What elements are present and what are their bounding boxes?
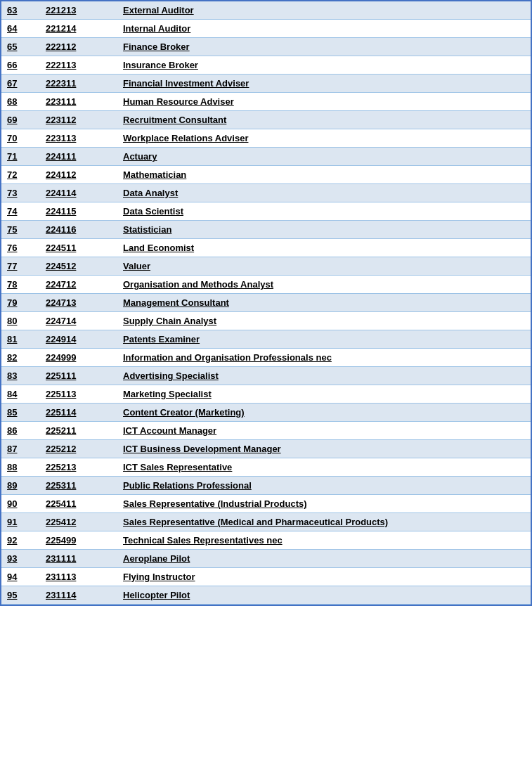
occupation-title[interactable]: Patents Examiner: [117, 330, 531, 349]
table-row: 82224999Information and Organisation Pro…: [1, 349, 531, 367]
occupation-title[interactable]: Management Consultant: [117, 294, 531, 312]
occupation-code[interactable]: 222112: [40, 38, 117, 56]
table-row: 86225211ICT Account Manager: [1, 422, 531, 440]
occupation-title[interactable]: Valuer: [117, 257, 531, 276]
occupation-code[interactable]: 225111: [40, 367, 117, 385]
occupation-title[interactable]: Information and Organisation Professiona…: [117, 349, 531, 367]
occupation-title[interactable]: Recruitment Consultant: [117, 111, 531, 129]
occupation-code[interactable]: 224999: [40, 349, 117, 367]
occupation-title[interactable]: Organisation and Methods Analyst: [117, 276, 531, 294]
occupation-code[interactable]: 224115: [40, 202, 117, 221]
occupation-title[interactable]: Internal Auditor: [117, 20, 531, 38]
table-row: 92225499Technical Sales Representatives …: [1, 531, 531, 550]
occupation-title[interactable]: Data Analyst: [117, 184, 531, 202]
occupation-code[interactable]: 222311: [40, 75, 117, 93]
occupation-title[interactable]: Financial Investment Adviser: [117, 75, 531, 93]
table-row: 65222112Finance Broker: [1, 38, 531, 56]
table-row: 67222311Financial Investment Adviser: [1, 75, 531, 93]
row-number: 84: [1, 385, 40, 404]
main-table-container: 63221213External Auditor64221214Internal…: [0, 0, 532, 606]
occupation-title[interactable]: Finance Broker: [117, 38, 531, 56]
occupation-code[interactable]: 221213: [40, 1, 117, 20]
occupation-title[interactable]: Land Economist: [117, 239, 531, 257]
occupation-code[interactable]: 225311: [40, 477, 117, 495]
table-row: 68223111Human Resource Adviser: [1, 93, 531, 111]
table-row: 90225411Sales Representative (Industrial…: [1, 495, 531, 513]
row-number: 74: [1, 202, 40, 221]
row-number: 82: [1, 349, 40, 367]
table-row: 95231114Helicopter Pilot: [1, 586, 531, 605]
occupation-title[interactable]: Mathematician: [117, 166, 531, 184]
row-number: 71: [1, 148, 40, 166]
table-row: 71224111Actuary: [1, 148, 531, 166]
occupation-code[interactable]: 225213: [40, 458, 117, 477]
row-number: 93: [1, 550, 40, 568]
occupation-code[interactable]: 224116: [40, 221, 117, 239]
occupation-code[interactable]: 224112: [40, 166, 117, 184]
table-row: 70223113Workplace Relations Adviser: [1, 129, 531, 148]
occupation-code[interactable]: 225113: [40, 385, 117, 404]
occupation-title[interactable]: Workplace Relations Adviser: [117, 129, 531, 148]
occupation-code[interactable]: 224914: [40, 330, 117, 349]
occupation-code[interactable]: 221214: [40, 20, 117, 38]
row-number: 81: [1, 330, 40, 349]
occupation-title[interactable]: Human Resource Adviser: [117, 93, 531, 111]
occupation-code[interactable]: 231114: [40, 586, 117, 605]
occupation-code[interactable]: 225212: [40, 440, 117, 458]
occupation-title[interactable]: Helicopter Pilot: [117, 586, 531, 605]
occupation-title[interactable]: Public Relations Professional: [117, 477, 531, 495]
table-row: 81224914Patents Examiner: [1, 330, 531, 349]
occupation-code[interactable]: 225114: [40, 404, 117, 422]
row-number: 70: [1, 129, 40, 148]
occupation-code[interactable]: 225499: [40, 531, 117, 550]
table-row: 69223112Recruitment Consultant: [1, 111, 531, 129]
occupation-title[interactable]: Advertising Specialist: [117, 367, 531, 385]
occupation-code[interactable]: 225412: [40, 513, 117, 531]
occupation-title[interactable]: Content Creator (Marketing): [117, 404, 531, 422]
occupation-code[interactable]: 225211: [40, 422, 117, 440]
occupation-title[interactable]: Sales Representative (Medical and Pharma…: [117, 513, 531, 531]
table-row: 66222113Insurance Broker: [1, 56, 531, 75]
row-number: 92: [1, 531, 40, 550]
table-row: 91225412Sales Representative (Medical an…: [1, 513, 531, 531]
occupation-title[interactable]: Sales Representative (Industrial Product…: [117, 495, 531, 513]
occupation-code[interactable]: 224111: [40, 148, 117, 166]
table-row: 93231111Aeroplane Pilot: [1, 550, 531, 568]
occupation-title[interactable]: ICT Account Manager: [117, 422, 531, 440]
table-row: 83225111Advertising Specialist: [1, 367, 531, 385]
occupation-title[interactable]: Actuary: [117, 148, 531, 166]
occupation-title[interactable]: Marketing Specialist: [117, 385, 531, 404]
occupation-title[interactable]: Aeroplane Pilot: [117, 550, 531, 568]
occupation-code[interactable]: 231113: [40, 568, 117, 586]
occupation-title[interactable]: External Auditor: [117, 1, 531, 20]
occupation-title[interactable]: ICT Business Development Manager: [117, 440, 531, 458]
occupation-code[interactable]: 224714: [40, 312, 117, 330]
occupation-code[interactable]: 223112: [40, 111, 117, 129]
row-number: 69: [1, 111, 40, 129]
row-number: 86: [1, 422, 40, 440]
occupation-title[interactable]: Statistician: [117, 221, 531, 239]
row-number: 72: [1, 166, 40, 184]
occupation-title[interactable]: Technical Sales Representatives nec: [117, 531, 531, 550]
occupation-title[interactable]: ICT Sales Representative: [117, 458, 531, 477]
occupation-code[interactable]: 222113: [40, 56, 117, 75]
table-row: 88225213ICT Sales Representative: [1, 458, 531, 477]
occupation-title[interactable]: Insurance Broker: [117, 56, 531, 75]
row-number: 65: [1, 38, 40, 56]
occupation-code[interactable]: 223111: [40, 93, 117, 111]
occupation-code[interactable]: 224713: [40, 294, 117, 312]
occupation-code[interactable]: 225411: [40, 495, 117, 513]
occupation-code[interactable]: 224511: [40, 239, 117, 257]
occupation-title[interactable]: Flying Instructor: [117, 568, 531, 586]
occupation-code[interactable]: 224114: [40, 184, 117, 202]
occupation-code[interactable]: 231111: [40, 550, 117, 568]
occupation-title[interactable]: Data Scientist: [117, 202, 531, 221]
table-row: 85225114Content Creator (Marketing): [1, 404, 531, 422]
table-row: 74224115Data Scientist: [1, 202, 531, 221]
occupation-code[interactable]: 223113: [40, 129, 117, 148]
occupation-code[interactable]: 224712: [40, 276, 117, 294]
occupation-code[interactable]: 224512: [40, 257, 117, 276]
table-row: 94231113Flying Instructor: [1, 568, 531, 586]
row-number: 68: [1, 93, 40, 111]
occupation-title[interactable]: Supply Chain Analyst: [117, 312, 531, 330]
